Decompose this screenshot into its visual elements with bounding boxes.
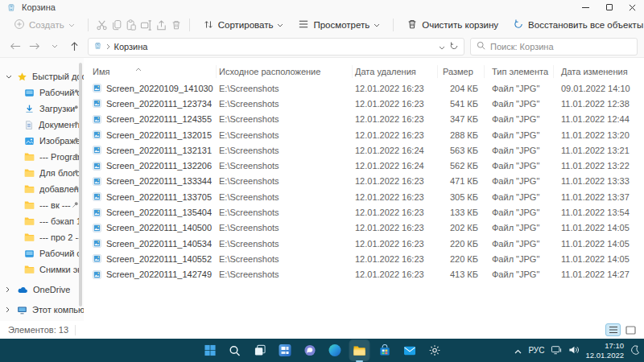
taskbar-clock[interactable]: 17:10 12.01.2022 xyxy=(585,341,624,360)
sidebar-item-this-pc[interactable]: Этот компьютер xyxy=(0,302,84,318)
copy-button[interactable] xyxy=(111,16,122,34)
sidebar-scrollbar[interactable] xyxy=(79,63,82,306)
clock-date: 12.01.2022 xyxy=(585,351,624,360)
sidebar-item-documents[interactable]: Документы xyxy=(0,117,84,133)
pin-icon xyxy=(72,88,79,96)
sidebar-item-desktop-2[interactable]: Рабочий стол xyxy=(0,245,84,261)
restore-all-button[interactable]: Восстановить все объекты xyxy=(507,16,644,34)
title-bar: Корзина xyxy=(0,0,644,14)
sidebar-item-folder-pro2[interactable]: --- про 2 --- xyxy=(0,229,84,245)
widgets-icon[interactable] xyxy=(275,340,295,360)
command-bar: Создать Сортировать Просмотреть xyxy=(0,14,644,35)
folder-icon xyxy=(24,216,35,226)
mail-icon[interactable] xyxy=(400,340,419,360)
address-dropdown-chevron-icon[interactable] xyxy=(439,42,445,51)
table-row[interactable]: Screen_20220111_133344 E:\Screenshots 12… xyxy=(84,174,644,189)
sidebar-item-downloads[interactable]: Загрузки xyxy=(0,101,84,117)
window-title: Корзина xyxy=(22,2,56,12)
status-bar: Элементов: 13 xyxy=(0,321,644,339)
folder-icon xyxy=(24,168,35,178)
chat-icon[interactable] xyxy=(300,340,320,360)
new-button[interactable]: Создать xyxy=(8,16,80,34)
network-icon[interactable] xyxy=(551,345,562,356)
downloads-icon xyxy=(24,104,35,114)
close-button[interactable] xyxy=(621,0,644,14)
forward-button[interactable] xyxy=(28,39,43,54)
sidebar-item-quick-access[interactable]: Быстрый доступ xyxy=(0,68,84,84)
paste-button[interactable] xyxy=(126,16,137,34)
view-button[interactable]: Просмотреть xyxy=(292,16,386,34)
table-row[interactable]: Screen_20220111_140534 E:\Screenshots 12… xyxy=(84,236,644,251)
recent-locations-chevron-icon[interactable] xyxy=(47,39,62,54)
settings-icon[interactable] xyxy=(425,340,444,360)
cut-button[interactable] xyxy=(96,16,108,34)
column-header-origin[interactable]: Исходное расположение xyxy=(217,65,353,78)
column-header-name[interactable]: Имя xyxy=(90,65,217,78)
documents-icon xyxy=(24,120,34,130)
chevron-right-icon[interactable] xyxy=(6,286,17,293)
rename-button[interactable] xyxy=(140,16,152,34)
column-header-type[interactable]: Тип элемента xyxy=(485,65,554,78)
share-button[interactable] xyxy=(155,16,167,34)
search-box[interactable] xyxy=(470,38,638,56)
table-row[interactable]: Screen_20220109_141030 E:\Screenshots 12… xyxy=(84,80,644,96)
back-button[interactable] xyxy=(8,39,23,54)
navigation-pane: Быстрый доступ Рабочий стол Загрузки Док… xyxy=(0,58,84,321)
jpg-file-icon xyxy=(93,239,101,248)
table-row[interactable]: Screen_20220111_132015 E:\Screenshots 12… xyxy=(84,127,644,142)
sidebar-item-folder-programs[interactable]: --- Programs xyxy=(0,149,84,165)
sort-button[interactable]: Сортировать xyxy=(197,16,290,34)
breadcrumb[interactable]: Корзина xyxy=(114,42,148,51)
table-row[interactable]: Screen_20220111_133705 E:\Screenshots 12… xyxy=(84,189,644,204)
column-header-date-modified[interactable]: Дата изменения xyxy=(554,65,636,78)
address-bar[interactable]: Корзина xyxy=(88,38,464,56)
volume-icon[interactable] xyxy=(568,345,579,356)
focus-assist-moon-icon[interactable] xyxy=(630,345,640,356)
details-view-toggle[interactable] xyxy=(605,323,621,336)
table-row[interactable]: Screen_20220111_124355 E:\Screenshots 12… xyxy=(84,112,644,127)
table-row[interactable]: Screen_20220111_132131 E:\Screenshots 12… xyxy=(84,142,644,158)
refresh-icon[interactable] xyxy=(449,41,459,52)
sidebar-item-screenshots[interactable]: Снимки экрана xyxy=(0,261,84,278)
hidden-icons-chevron-icon[interactable] xyxy=(514,346,522,356)
sidebar-item-pictures[interactable]: Изображения xyxy=(0,133,84,149)
folder-icon xyxy=(24,184,35,194)
table-row[interactable]: Screen_20220111_135404 E:\Screenshots 12… xyxy=(84,204,644,220)
folder-icon xyxy=(24,265,35,274)
edge-icon[interactable] xyxy=(325,340,345,360)
sidebar-item-folder-dobavleno[interactable]: добавлено 2 xyxy=(0,181,84,197)
column-headers: Имя Исходное расположение Дата удаления … xyxy=(84,63,644,80)
minimize-button[interactable] xyxy=(574,0,597,14)
sidebar-item-onedrive[interactable]: OneDrive xyxy=(0,282,84,298)
table-row[interactable]: Screen_20220111_132206 E:\Screenshots 12… xyxy=(84,158,644,173)
chevron-down-icon[interactable] xyxy=(6,75,17,79)
sidebar-item-folder-blogs[interactable]: Для блогов xyxy=(0,165,84,181)
table-row[interactable]: Screen_20220111_142749 E:\Screenshots 12… xyxy=(84,267,644,282)
delete-button[interactable] xyxy=(171,16,182,34)
maximize-button[interactable] xyxy=(597,0,621,14)
table-row[interactable]: Screen_20220111_140500 E:\Screenshots 12… xyxy=(84,220,644,236)
language-indicator[interactable]: РУС xyxy=(528,346,544,355)
store-icon[interactable] xyxy=(375,340,394,360)
sidebar-item-folder-backup[interactable]: --- бэкап 12 ян xyxy=(0,213,84,229)
column-header-date-deleted[interactable]: Дата удаления xyxy=(353,65,438,78)
search-icon[interactable] xyxy=(225,340,245,360)
start-icon[interactable] xyxy=(200,340,220,360)
empty-recycle-bin-button[interactable]: Очистить корзину xyxy=(401,16,504,34)
desktop-icon xyxy=(24,88,35,98)
large-icons-view-toggle[interactable] xyxy=(623,323,638,336)
file-explorer-window: Корзина Создать xyxy=(0,0,644,339)
table-row[interactable]: Screen_20220111_140552 E:\Screenshots 12… xyxy=(84,251,644,266)
chevron-right-icon[interactable] xyxy=(6,306,17,313)
up-button[interactable] xyxy=(68,39,82,54)
task-view-icon[interactable] xyxy=(250,340,270,360)
table-row[interactable]: Screen_20220111_123734 E:\Screenshots 12… xyxy=(84,96,644,111)
sidebar-item-folder-vk[interactable]: --- вк --- xyxy=(0,197,84,213)
sidebar-item-desktop[interactable]: Рабочий стол xyxy=(0,84,84,101)
search-input[interactable] xyxy=(490,42,631,51)
system-tray: РУС 17:10 12.01.2022 xyxy=(514,339,640,362)
chevron-down-icon xyxy=(68,23,75,27)
onedrive-icon xyxy=(17,286,28,294)
file-explorer-icon[interactable] xyxy=(350,340,369,360)
column-header-size[interactable]: Размер xyxy=(438,65,485,78)
